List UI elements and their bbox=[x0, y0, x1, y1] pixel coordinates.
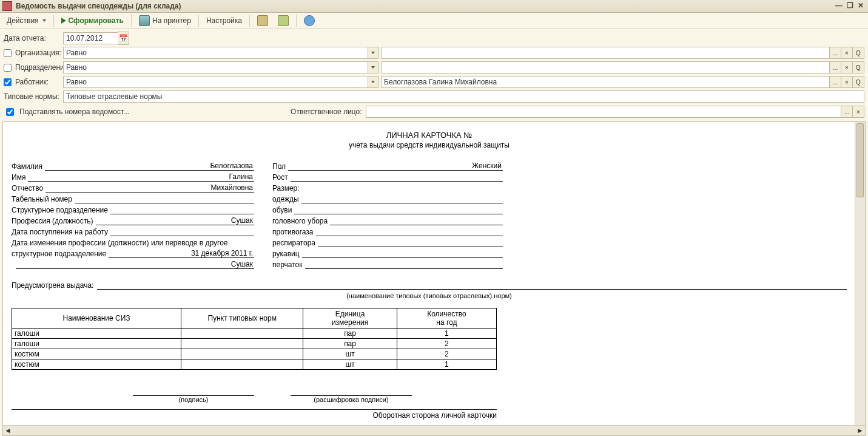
dep-value-field[interactable]: ... × Q bbox=[381, 61, 864, 73]
settings-label: Настройка bbox=[206, 16, 242, 25]
table-row: костюмшт2 bbox=[12, 349, 497, 359]
ellipsis-button[interactable]: ... bbox=[829, 62, 841, 73]
back-side-title: Оборотная сторона личной карточки bbox=[12, 409, 497, 420]
scroll-right-arrow[interactable]: ► bbox=[855, 426, 865, 435]
horizontal-scrollbar[interactable]: ◄ ► bbox=[3, 425, 865, 435]
th-name: Наименование СИЗ bbox=[12, 308, 181, 329]
tool-button-1[interactable] bbox=[253, 13, 272, 28]
actions-dropdown[interactable]: Действия bbox=[2, 13, 50, 28]
emp-condition[interactable]: Равно bbox=[63, 76, 378, 88]
report-area: ЛИЧНАЯ КАРТОЧКА № учета выдачи средств и… bbox=[2, 121, 866, 436]
card-left-column: ФамилияБелоглазова ИмяГалина ОтчествоМих… bbox=[12, 160, 254, 270]
ellipsis-button[interactable]: ... bbox=[841, 106, 852, 117]
search-button[interactable]: Q bbox=[852, 77, 864, 87]
settings-button[interactable]: Настройка bbox=[202, 13, 246, 28]
chevron-down-icon bbox=[42, 19, 46, 22]
filter-panel: Дата отчета: 10.07.2012 📅 Организация: Р… bbox=[0, 29, 868, 104]
th-point: Пункт типовых норм bbox=[181, 308, 303, 329]
clear-button[interactable]: × bbox=[841, 47, 852, 58]
card-right-column: ПолЖенский Рост Размер: одежды обуви гол… bbox=[272, 160, 503, 270]
chevron-down-icon[interactable] bbox=[368, 62, 378, 73]
ellipsis-button[interactable]: ... bbox=[829, 47, 841, 58]
org-checkbox[interactable] bbox=[4, 49, 12, 57]
sign-label: (подпись) bbox=[133, 396, 254, 403]
emp-label: Работник: bbox=[15, 78, 49, 86]
dep-checkbox[interactable] bbox=[4, 64, 12, 72]
chevron-down-icon[interactable] bbox=[368, 77, 378, 87]
date-label: Дата отчета: bbox=[4, 34, 46, 43]
print-label: На принтер bbox=[152, 16, 191, 25]
app-icon bbox=[2, 1, 12, 11]
scroll-left-arrow[interactable]: ◄ bbox=[3, 426, 13, 435]
filter-row-extra: Подставлять номера ведомост... Ответстве… bbox=[0, 104, 868, 121]
actions-label: Действия bbox=[7, 16, 39, 25]
maximize-button[interactable]: ❐ bbox=[845, 2, 855, 10]
tool-icon-2 bbox=[278, 15, 289, 26]
org-label: Организация: bbox=[15, 49, 61, 57]
card-title: ЛИЧНАЯ КАРТОЧКА № учета выдачи средств и… bbox=[12, 131, 847, 149]
filter-row-date: Дата отчета: 10.07.2012 📅 bbox=[4, 32, 864, 45]
help-icon bbox=[304, 15, 315, 26]
org-condition[interactable]: Равно bbox=[63, 47, 378, 59]
window-title: Ведомость выдачи спецодежды (для склада) bbox=[16, 2, 833, 10]
printer-icon bbox=[139, 15, 150, 26]
table-row: галошипар1 bbox=[12, 329, 497, 339]
print-button[interactable]: На принтер bbox=[135, 13, 195, 28]
signature-row: (подпись) (расшифровка подписи) bbox=[133, 387, 847, 403]
substitute-label: Подставлять номера ведомост... bbox=[19, 107, 129, 116]
generate-button[interactable]: Сформировать bbox=[57, 13, 128, 28]
org-value-field[interactable]: ... × Q bbox=[381, 47, 864, 59]
th-unit: Единицаизмерения bbox=[303, 308, 397, 329]
filter-row-dep: Подразделение: Равно ... × Q bbox=[4, 61, 864, 74]
date-value: 10.07.2012 bbox=[66, 34, 103, 43]
toolbar: Действия Сформировать На принтер Настрой… bbox=[0, 13, 868, 29]
search-button[interactable]: Q bbox=[852, 47, 864, 58]
tool-button-2[interactable] bbox=[274, 13, 293, 28]
clear-button[interactable]: × bbox=[841, 77, 852, 87]
clear-button[interactable]: × bbox=[841, 62, 852, 73]
emp-checkbox[interactable] bbox=[4, 78, 12, 86]
norm-label: Типовые нормы: bbox=[4, 92, 59, 101]
close-button[interactable]: ✕ bbox=[856, 2, 866, 10]
th-qty: Количествона год bbox=[397, 308, 496, 329]
responsible-label: Ответственное лицо: bbox=[291, 107, 362, 116]
emp-value-field[interactable]: Белоглазова Галина Михайловна ... × Q bbox=[381, 76, 864, 88]
filter-row-emp: Работник: Равно Белоглазова Галина Михай… bbox=[4, 75, 864, 89]
clear-button[interactable]: × bbox=[852, 106, 864, 117]
titlebar: Ведомость выдачи спецодежды (для склада)… bbox=[0, 0, 868, 13]
report-content: ЛИЧНАЯ КАРТОЧКА № учета выдачи средств и… bbox=[3, 122, 855, 426]
chevron-down-icon[interactable] bbox=[368, 47, 378, 58]
dep-condition[interactable]: Равно bbox=[63, 61, 378, 73]
norm-note: (наименование типовых (типовых отраслевы… bbox=[12, 292, 847, 299]
predusm-row: Предусмотрена выдача: bbox=[12, 281, 847, 290]
tool-icon-1 bbox=[257, 15, 268, 26]
search-button[interactable]: Q bbox=[852, 62, 864, 73]
responsible-field[interactable]: ... × bbox=[366, 106, 864, 118]
ellipsis-button[interactable]: ... bbox=[829, 77, 841, 87]
help-button[interactable] bbox=[300, 13, 319, 28]
play-icon bbox=[61, 18, 66, 24]
sign-decode: (расшифровка подписи) bbox=[291, 396, 412, 403]
generate-label: Сформировать bbox=[69, 16, 124, 25]
filter-row-org: Организация: Равно ... × Q bbox=[4, 46, 864, 60]
substitute-checkbox[interactable] bbox=[6, 108, 14, 116]
vertical-scrollbar[interactable] bbox=[855, 122, 865, 426]
siz-table: Наименование СИЗ Пункт типовых норм Един… bbox=[12, 308, 497, 370]
dep-label: Подразделение: bbox=[15, 63, 70, 72]
table-row: галошипар2 bbox=[12, 339, 497, 349]
norm-value-field[interactable]: Типовые отраслевые нормы bbox=[63, 90, 864, 103]
table-row: костюмшт1 bbox=[12, 359, 497, 370]
minimize-button[interactable]: — bbox=[834, 2, 844, 10]
calendar-button[interactable]: 📅 bbox=[118, 32, 129, 45]
filter-row-norm: Типовые нормы: Типовые отраслевые нормы bbox=[4, 90, 864, 103]
date-field[interactable]: 10.07.2012 bbox=[63, 32, 118, 44]
scroll-thumb[interactable] bbox=[856, 123, 864, 197]
